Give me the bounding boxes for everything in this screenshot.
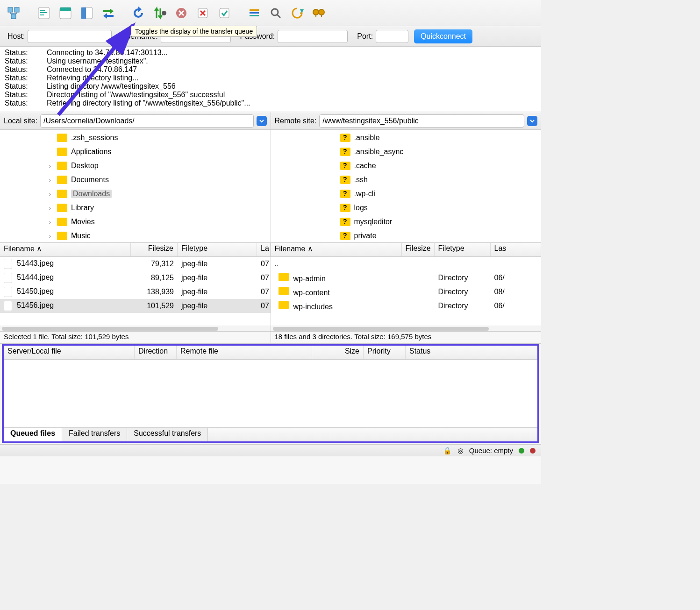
tooltip: Toggles the display of the transfer queu… [131, 26, 257, 37]
svg-point-18 [271, 9, 278, 15]
sort-asc-icon: ∧ [307, 245, 313, 253]
filter-icon[interactable] [245, 4, 264, 22]
tree-item[interactable]: .cache [271, 159, 542, 173]
svg-point-19 [313, 9, 319, 15]
reconnect-icon[interactable] [215, 4, 234, 22]
col-size[interactable]: Size [312, 346, 364, 359]
file-row[interactable]: 51444.jpeg89,125jpeg-file07 [0, 271, 271, 285]
svg-point-11 [162, 11, 166, 15]
port-label: Port: [357, 32, 373, 41]
folder-icon [340, 176, 350, 184]
file-row[interactable]: 51456.jpeg101,529jpeg-file07 [0, 299, 271, 313]
local-tree[interactable]: .zsh_sessionsApplications›Desktop›Docume… [0, 130, 271, 242]
tree-item[interactable]: ›Movies [0, 215, 271, 229]
toggle-remote-tree-icon[interactable] [78, 4, 96, 22]
col-modified[interactable]: Las [491, 243, 542, 256]
svg-rect-5 [40, 12, 47, 13]
svg-rect-15 [250, 9, 259, 11]
cancel-icon[interactable] [172, 4, 191, 22]
tree-item[interactable]: logs [271, 201, 542, 215]
folder-icon [340, 204, 350, 212]
tab-queued-files[interactable]: Queued files [4, 428, 62, 441]
col-filename[interactable]: Filename ∧ [271, 243, 402, 256]
queue-body[interactable] [4, 360, 537, 427]
host-input[interactable] [28, 30, 112, 43]
tree-item[interactable]: .ssh [271, 173, 542, 187]
col-server-file[interactable]: Server/Local file [4, 346, 135, 359]
remote-status: 18 files and 3 directories. Total size: … [271, 332, 542, 343]
password-input[interactable] [278, 30, 348, 43]
process-queue-icon[interactable] [150, 4, 169, 22]
toggle-local-tree-icon[interactable] [56, 4, 75, 22]
col-filesize[interactable]: Filesize [131, 243, 178, 256]
col-direction[interactable]: Direction [135, 346, 177, 359]
local-path-input[interactable] [40, 114, 253, 128]
file-row[interactable]: 51450.jpeg138,939jpeg-file07 [0, 285, 271, 299]
folder-icon [57, 232, 67, 240]
local-path-dropdown-icon[interactable] [257, 116, 267, 126]
col-filename[interactable]: Filename ∧ [0, 243, 131, 256]
local-hscrollbar[interactable] [0, 326, 271, 331]
tree-item[interactable]: ›Music [0, 229, 271, 242]
remote-hscrollbar[interactable] [271, 326, 542, 331]
local-site-label: Local site: [4, 117, 37, 125]
tree-item[interactable]: private [271, 229, 542, 242]
folder-icon [57, 134, 67, 142]
tree-item[interactable]: .ansible_async [271, 145, 542, 159]
disconnect-icon[interactable] [193, 4, 212, 22]
tree-item[interactable]: ›Documents [0, 173, 271, 187]
port-input[interactable] [376, 30, 408, 43]
local-status: Selected 1 file. Total size: 101,529 byt… [0, 332, 271, 343]
tree-item[interactable]: Applications [0, 145, 271, 159]
tree-item[interactable]: ›Library [0, 201, 271, 215]
tree-item[interactable]: .zsh_sessions [0, 131, 271, 145]
tree-item[interactable]: ›Desktop [0, 159, 271, 173]
file-icon [4, 287, 12, 297]
file-icon [4, 259, 12, 269]
folder-icon [340, 190, 350, 198]
col-status[interactable]: Status [406, 346, 537, 359]
col-filetype[interactable]: Filetype [435, 243, 491, 256]
file-row[interactable]: .. [271, 257, 542, 271]
folder-icon [279, 287, 289, 295]
host-label: Host: [7, 32, 25, 41]
col-filetype[interactable]: Filetype [178, 243, 257, 256]
svg-rect-16 [250, 12, 259, 14]
col-filesize[interactable]: Filesize [402, 243, 435, 256]
tree-item[interactable]: .ansible [271, 131, 542, 145]
remote-tree[interactable]: .ansible.ansible_async.cache.ssh.wp-clil… [271, 130, 542, 242]
file-row[interactable]: wp-contentDirectory08/ [271, 285, 542, 299]
tree-item[interactable]: mysqleditor [271, 215, 542, 229]
file-row[interactable]: wp-adminDirectory06/ [271, 271, 542, 285]
file-row[interactable]: 51443.jpeg79,312jpeg-file07 [0, 257, 271, 271]
local-file-list[interactable]: Filename ∧ Filesize Filetype La 51443.jp… [0, 243, 271, 331]
quickconnect-button[interactable]: Quickconnect [414, 29, 472, 43]
col-priority[interactable]: Priority [364, 346, 406, 359]
remote-path-input[interactable] [319, 114, 524, 128]
col-remote-file[interactable]: Remote file [177, 346, 312, 359]
svg-rect-0 [8, 7, 13, 12]
sort-asc-icon: ∧ [36, 245, 42, 253]
folder-icon [340, 232, 350, 240]
remote-file-list[interactable]: Filename ∧ Filesize Filetype Las ..wp-ad… [271, 243, 542, 331]
find-icon[interactable] [309, 4, 328, 22]
quickconnect-bar: Host: Username: Password: Port: Quickcon… [0, 26, 541, 47]
refresh-icon[interactable] [129, 4, 148, 22]
svg-rect-6 [40, 14, 44, 15]
sync-icon[interactable] [288, 4, 307, 22]
file-row[interactable]: wp-includesDirectory06/ [271, 299, 542, 313]
file-icon [4, 273, 12, 283]
search-icon[interactable] [266, 4, 285, 22]
svg-rect-8 [60, 7, 71, 11]
remote-path-dropdown-icon[interactable] [527, 116, 537, 126]
toggle-queue-icon[interactable] [99, 4, 118, 22]
col-modified[interactable]: La [257, 243, 271, 256]
toggle-log-icon[interactable] [35, 4, 53, 22]
tree-item[interactable]: ›Downloads [0, 187, 271, 201]
tab-failed-transfers[interactable]: Failed transfers [62, 428, 127, 441]
folder-icon [340, 162, 350, 170]
tab-successful-transfers[interactable]: Successful transfers [127, 428, 208, 441]
tree-item[interactable]: .wp-cli [271, 187, 542, 201]
file-icon [4, 301, 12, 311]
site-manager-icon[interactable] [5, 4, 23, 22]
